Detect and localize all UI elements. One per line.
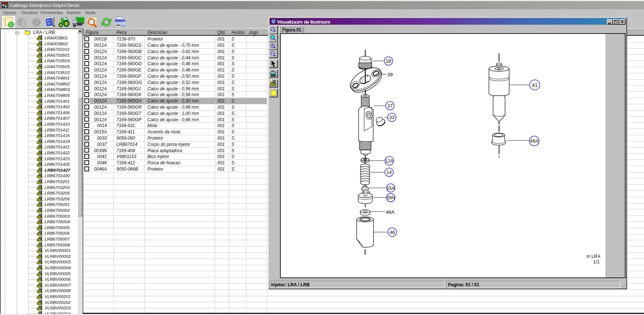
svg-text:39: 39 [387,72,393,77]
svg-text:33: 33 [389,115,394,120]
svg-text:1/1: 1/1 [593,259,599,265]
svg-text:46: 46 [389,230,395,235]
svg-text:41: 41 [532,82,538,88]
svg-text:14: 14 [386,169,392,175]
svg-text:12A: 12A [385,158,393,164]
svg-text:15A: 15A [386,186,395,191]
svg-text:46A: 46A [530,138,538,144]
svg-text:in LRA: in LRA [587,254,601,259]
svg-text:39N: 39N [386,195,395,200]
svg-text:1B: 1B [386,58,392,64]
svg-text:37: 37 [387,103,392,109]
svg-text:48A: 48A [386,209,395,215]
